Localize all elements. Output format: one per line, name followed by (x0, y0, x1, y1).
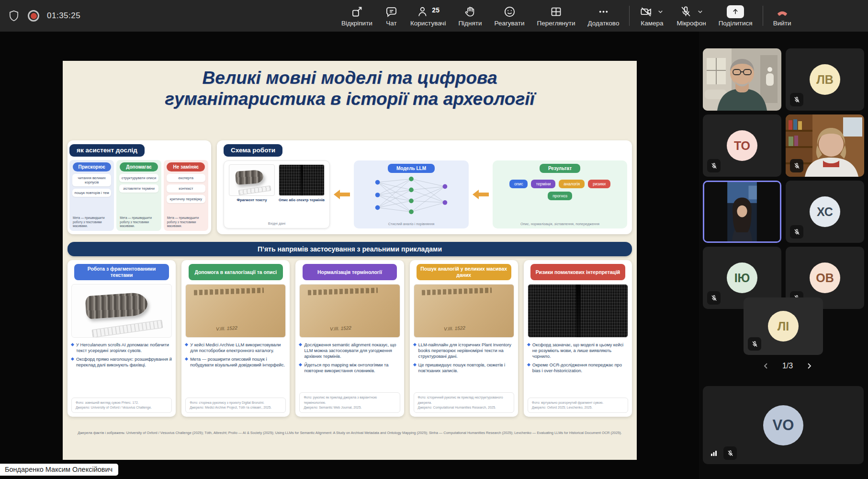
muted-mic-icon (790, 225, 803, 239)
toolbar-buttons: Відкріпити Чат 25 Користувачі Підняти Ре… (335, 0, 797, 32)
card-photo (71, 284, 172, 338)
assistant-item: зіставляти терміни (119, 184, 158, 193)
participant-video (704, 182, 780, 241)
workflow-panel: Схема роботи Фрагмент тексту Опис аб (217, 140, 632, 234)
react-smiley-icon (503, 5, 516, 18)
share-icon (727, 5, 744, 18)
participants-count-badge: 25 (432, 6, 440, 14)
raise-hand-icon (463, 5, 476, 18)
assistant-item: контекст (167, 184, 205, 193)
result-chip: терміни (531, 180, 555, 188)
arrow-left-icon (334, 189, 350, 200)
microphone-off-icon (679, 5, 692, 18)
card-footnotes: Фото: віртуально розгорнутий фрагмент су… (528, 398, 628, 413)
participant-tile-vo[interactable]: VO (703, 386, 864, 464)
toolbar-left: 01:35:25 (0, 10, 80, 22)
camera-button[interactable]: Камера (633, 0, 670, 32)
workflow-panel-header: Схема роботи (224, 144, 282, 157)
avatar-initials: VO (763, 405, 803, 445)
muted-mic-icon (790, 159, 803, 172)
muted-mic-icon (748, 337, 761, 351)
arrow-left-icon (473, 189, 489, 200)
presentation-slide: Великі мовні моделі та цифрова гуманітар… (63, 61, 637, 460)
raise-hand-button[interactable]: Підняти (452, 0, 488, 32)
card-footnotes: Фото: історичний рукопис як приклад нест… (414, 392, 514, 413)
participant-tile-to[interactable]: ТО (703, 114, 781, 177)
scan-photo (279, 164, 325, 196)
meeting-window: 01:35:25 Відкріпити Чат 25 Користувачі П… (0, 0, 868, 479)
card-photo (414, 284, 514, 338)
assistant-item: структурувати описи (119, 174, 158, 182)
chat-icon (385, 5, 398, 18)
card-photo (299, 284, 400, 338)
workflow-input-card: Фрагмент тексту Опис або спектр термінів… (224, 160, 330, 228)
card-footnotes: Фото: сторінка рукопису з проєкту Digita… (185, 398, 286, 413)
avatar-initials: ТО (727, 130, 757, 161)
card-terminology: Нормалізація термінології Дослідження se… (295, 260, 404, 417)
participant-tile-video-woman[interactable] (786, 114, 864, 177)
unpin-button[interactable]: Відкріпити (335, 0, 379, 32)
result-chip: прогноз (548, 192, 572, 200)
card-footnotes: Фото: рукопис як приклад джерела з варіа… (299, 392, 400, 413)
presenter-name-label: Бондаренко Максим Олексійович (0, 464, 118, 476)
react-button[interactable]: Реагувати (488, 0, 530, 32)
unpin-icon (350, 5, 363, 18)
avatar-initials: ОВ (810, 262, 840, 293)
pagination-label: 1/3 (782, 362, 793, 370)
more-ellipsis-icon (597, 5, 610, 18)
slide-banner: П’ять напрямів застосування з реальними … (68, 242, 632, 256)
muted-mic-icon (707, 159, 721, 172)
avatar-initials: ЛІ (768, 311, 799, 342)
connection-stats-icon (707, 446, 721, 460)
assistant-column-helps: Допомагає структурувати описи зіставляти… (116, 160, 161, 231)
assistant-column-accelerates: Прискорює читання великих корпусів пошук… (69, 160, 114, 231)
assistant-item: читання великих корпусів (72, 174, 111, 186)
participants-button[interactable]: 25 Користувачі (404, 0, 452, 32)
tiles-pagination: 1/3 (761, 359, 814, 373)
workflow-result-card: Результат опис терміни аналогія ризики п… (493, 160, 627, 228)
pagination-next-icon[interactable] (804, 361, 814, 371)
card-risks: Ризики помилкових інтерпретацій Оксфорд … (524, 260, 632, 417)
slide-top-panels: як асистент дослід Прискорює читання вел… (68, 140, 632, 234)
assistant-note: Мета — пришвидшити роботу з текстовими м… (73, 216, 112, 228)
microphone-button[interactable]: Мікрофон (670, 0, 712, 32)
neural-network-diagram (361, 174, 462, 216)
toolbar-divider (629, 6, 630, 26)
camera-chevron-icon[interactable] (657, 8, 664, 15)
more-button[interactable]: Додатково (582, 0, 626, 32)
muted-mic-icon (723, 446, 737, 460)
muted-mic-icon (707, 291, 721, 305)
participant-tile-lv[interactable]: ЛВ (786, 48, 864, 111)
result-chip: ризики (588, 180, 610, 188)
avatar-initials: ЛВ (810, 64, 840, 95)
result-chip: аналогія (559, 180, 585, 188)
assistant-column-does-not-replace: Не заміняє експерта контекст критичну пе… (164, 160, 208, 231)
view-button[interactable]: Переглянути (531, 0, 582, 32)
card-fragmented-texts: Робота з фрагментованими текстами У Herc… (68, 260, 176, 417)
assistant-panel: як асистент дослід Прискорює читання вел… (68, 140, 211, 234)
chat-button[interactable]: Чат (379, 0, 404, 32)
participant-tile-active-speaker[interactable] (703, 181, 781, 243)
leave-button[interactable]: Вийти (767, 0, 798, 32)
participant-tile-video-host[interactable] (703, 48, 781, 111)
avatar-initials: ІЮ (727, 262, 757, 293)
card-footnotes: Фото: зовнішній вигляд сувою PHerc. 172.… (71, 398, 172, 413)
model-caption: Стислий аналіз і порівняння (354, 222, 469, 226)
assistant-note: Мета — пришвидшити роботу з текстовими м… (167, 216, 206, 228)
assistant-note: Мета — пришвидшити роботу з текстовими м… (120, 216, 159, 228)
result-chip: опис (509, 180, 528, 188)
share-button[interactable]: Поділитися (712, 0, 759, 32)
assistant-item: критичну перевірку (167, 195, 205, 203)
workflow-model-card: Модель LLM (354, 160, 469, 228)
card-analogies: Пошук аналогій у великих масивах даних L… (410, 260, 518, 417)
recording-indicator-icon (28, 10, 39, 22)
toolbar: 01:35:25 Відкріпити Чат 25 Користувачі П… (0, 0, 868, 32)
assistant-panel-header: як асистент дослід (69, 144, 145, 157)
security-shield-icon[interactable] (8, 10, 20, 22)
meeting-timer: 01:35:25 (47, 11, 80, 21)
microphone-chevron-icon[interactable] (697, 8, 704, 15)
pagination-prev-icon[interactable] (761, 361, 771, 371)
participant-tile-li[interactable]: ЛІ (744, 297, 823, 355)
application-cards: Робота з фрагментованими текстами У Herc… (68, 260, 632, 417)
participant-tile-xc[interactable]: ХС (786, 181, 864, 243)
